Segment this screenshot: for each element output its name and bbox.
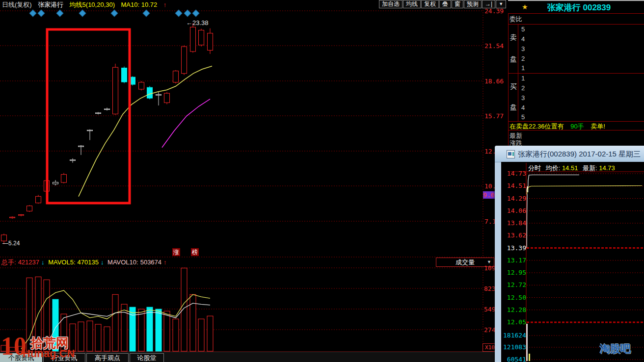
sell-level-1: 1 [521, 64, 525, 72]
divider [508, 24, 644, 25]
buy-level-2: 2 [521, 84, 525, 92]
gainers-button[interactable]: 涨 [172, 248, 180, 256]
tab-industry-news[interactable]: 行业资讯 [43, 353, 85, 362]
weibi-label: 委比 [510, 15, 522, 24]
price-axis-label: 15.77 [484, 112, 504, 120]
intraday-price-label: 13.17 [502, 257, 526, 264]
down-arrow-icon: ↓ [41, 259, 45, 266]
total-lots-value: 421237 [18, 259, 39, 266]
intraday-price-label: 13.84 [502, 219, 526, 227]
tab-forum[interactable]: 论股堂 [130, 353, 164, 362]
last-label: 最新: [583, 164, 597, 172]
tab-expert-views[interactable]: 高手观点 [86, 353, 129, 362]
intraday-price-label: 12.05 [502, 318, 526, 326]
quote-title: 张家港行 002839 [514, 2, 644, 13]
fenshi-label: 分时 [528, 164, 541, 172]
avg-label: 均价: [546, 164, 561, 172]
intraday-price-label: 12.95 [502, 269, 526, 276]
intraday-subheader: 分时 均价: 14.51 最新: 14.73 [528, 164, 615, 173]
sell-side-label: 卖 [510, 33, 517, 42]
trading-app-window: 日线(复权) 张家港行 均线5(10,20,30) MA10: 10.72 ↑ … [0, 0, 644, 362]
chart-header: 日线(复权) 张家港行 均线5(10,20,30) MA10: 10.72 ↑ [0, 0, 379, 9]
intraday-price-label: 12.72 [502, 281, 526, 288]
avg-value: 14.51 [562, 164, 578, 172]
divider [508, 73, 644, 74]
mavol10-value: 503674 [140, 259, 161, 266]
tab-stock-news[interactable]: 个股资讯 [0, 353, 42, 362]
ma-button[interactable]: 均线 [403, 0, 421, 8]
price-axis-label: 18.66 [484, 78, 504, 85]
selector-value: 成交量 [456, 259, 475, 266]
buy-level-5: 5 [521, 113, 525, 121]
sell-level-2: 2 [521, 55, 525, 62]
buy-level-4: 4 [521, 104, 525, 111]
adjust-price-button[interactable]: 复权 [421, 0, 439, 8]
watermark-taoguba: 淘股吧 [600, 342, 631, 356]
intraday-price-label: 12.50 [502, 294, 526, 301]
alert-text: 在卖盘22.36位置有 [510, 123, 564, 130]
intraday-volume-label: 121083 [502, 343, 526, 351]
chart-window-icon [507, 150, 515, 158]
sell-side-label: 盘 [510, 55, 517, 64]
total-lots-label: 总手: [1, 259, 16, 266]
volume-axis-label: 274 [484, 326, 495, 334]
last-value: 14.73 [599, 164, 615, 172]
add-watchlist-button[interactable]: 加自选 [379, 0, 402, 8]
intraday-price-label: 14.51 [502, 182, 526, 189]
window-button[interactable]: 窗 [452, 0, 463, 8]
low-price-annotation: —5.24 [2, 240, 20, 247]
buy-level-1: 1 [521, 75, 525, 82]
forecast-button[interactable]: 预测 [464, 0, 482, 8]
buy-side-label: 买 [510, 82, 517, 91]
divider [508, 121, 644, 122]
price-axis-label: 21.54 [484, 42, 504, 50]
high-price-annotation: ←23.38 [186, 19, 209, 26]
intraday-price-label: 13.39 [502, 244, 526, 252]
intraday-price-label: 14.73 [502, 170, 526, 177]
mavol5-label: MAVOL5: [48, 259, 75, 266]
price-axis-label: 24.39 [484, 7, 504, 15]
intraday-popup-window: 张家港行(002839) 2017-02-15 星期三 分时 均价: 14.51… [495, 146, 644, 362]
sell-level-3: 3 [521, 45, 525, 52]
overlay-button[interactable]: 叠 [439, 0, 451, 8]
intraday-price-label: 12.28 [502, 306, 526, 313]
up-arrow-icon: ↑ [163, 1, 167, 8]
divider [508, 13, 644, 14]
alert-volume: 90手 [570, 123, 584, 130]
popup-titlebar[interactable]: 张家港行(002839) 2017-02-15 星期三 [495, 146, 644, 162]
mavol5-value: 470135 [78, 259, 99, 266]
bottom-tab-bar: 个股资讯 行业资讯 高手观点 论股堂 [0, 352, 495, 362]
intraday-volume-label: 181624 [502, 332, 526, 339]
popup-title: 张家港行(002839) 2017-02-15 星期三 [518, 150, 641, 159]
volume-axis-label: 823 [484, 285, 495, 292]
down-arrow-icon: ↓ [101, 259, 104, 266]
sell-level-4: 4 [521, 35, 525, 43]
mavol10-label: MAVOL10: [107, 259, 138, 266]
ranking-button[interactable]: 榜 [191, 248, 199, 256]
stock-name: 张家港行 [38, 1, 63, 8]
ma10-value: MA10: 10.72 [121, 1, 158, 8]
ma-settings-label: 均线5(10,20,30) [70, 1, 115, 8]
divider [508, 130, 644, 130]
intraday-price-label: 14.06 [502, 207, 526, 214]
sell-level-5: 5 [521, 26, 525, 33]
intraday-volume-label: 60541 [502, 356, 526, 362]
up-arrow-icon: ↑ [163, 259, 167, 266]
period-label: 日线(复权) [2, 1, 32, 8]
divider [518, 24, 518, 121]
alert-suffix: 卖单! [590, 123, 605, 130]
volume-axis-label: 549 [484, 306, 495, 313]
buy-level-3: 3 [521, 94, 525, 102]
intraday-price-label: 14.29 [502, 195, 526, 202]
volume-header: 总手:421237↓ MAVOL5:470135↓ MAVOL10:503674… [1, 258, 169, 266]
intraday-price-label: 13.62 [502, 232, 526, 239]
buy-side-label: 盘 [510, 103, 517, 112]
